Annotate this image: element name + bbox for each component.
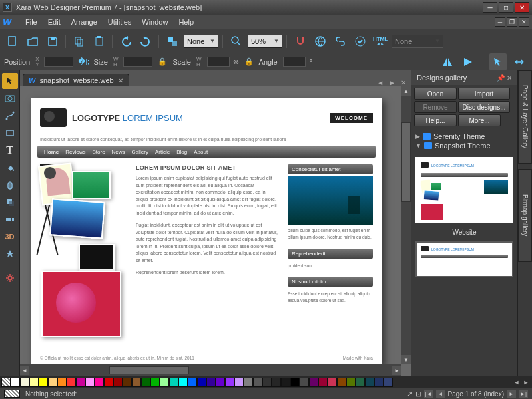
fill-combo[interactable]: None▼ — [184, 35, 218, 48]
extrude-tool[interactable]: 3D — [2, 229, 18, 245]
scale-input[interactable] — [207, 57, 230, 67]
nav-item[interactable]: Store — [92, 149, 105, 155]
tree-item-serenity[interactable]: ▶Serenity Theme — [415, 132, 513, 141]
nav-item[interactable]: News — [112, 149, 125, 155]
color-swatch[interactable] — [20, 378, 29, 387]
color-swatch[interactable] — [365, 378, 374, 387]
save-button[interactable] — [44, 33, 61, 50]
selector-tool[interactable] — [2, 73, 18, 89]
color-swatch[interactable] — [328, 378, 337, 387]
position-input[interactable] — [44, 57, 73, 67]
window-close-button[interactable]: ✕ — [515, 2, 529, 13]
navbar-tool[interactable] — [2, 211, 18, 227]
gallery-remove-button[interactable]: Remove — [414, 101, 457, 113]
sidetab-bitmap[interactable]: Bitmap gallery — [518, 169, 532, 262]
scroll-thumb[interactable] — [401, 122, 411, 202]
color-swatch[interactable] — [216, 378, 225, 387]
color-swatch[interactable] — [150, 378, 160, 387]
gallery-thumb-website[interactable]: LOGOTYPE LOREM IPSUM — [415, 157, 513, 223]
angle-input[interactable] — [283, 57, 306, 67]
nav-item[interactable]: Article — [155, 149, 170, 155]
menu-file[interactable]: File — [20, 17, 43, 27]
color-swatch[interactable] — [356, 378, 365, 387]
color-swatch[interactable] — [384, 378, 393, 387]
zoom-combo[interactable]: 50%▼ — [248, 35, 282, 48]
color-swatch[interactable] — [272, 378, 281, 387]
link-button[interactable] — [332, 33, 349, 50]
color-swatch[interactable] — [76, 378, 85, 387]
fill-tool[interactable] — [2, 160, 18, 176]
color-swatch[interactable] — [374, 378, 384, 387]
color-swatch[interactable] — [48, 378, 57, 387]
text-tool[interactable]: T — [2, 142, 18, 158]
window-minimize-button[interactable]: ─ — [483, 2, 497, 13]
color-swatch[interactable] — [113, 378, 123, 387]
pointer-mode-button[interactable] — [489, 53, 507, 70]
current-fill-swatch[interactable] — [4, 390, 20, 398]
window-maximize-button[interactable]: □ — [499, 2, 513, 13]
redo-button[interactable] — [137, 33, 154, 50]
menu-help[interactable]: Help — [173, 17, 199, 27]
live-drag-icon[interactable]: ↗ — [407, 390, 413, 398]
nav-item[interactable]: Reviews — [65, 149, 85, 155]
nav-item[interactable]: Blog — [176, 149, 187, 155]
options-tool[interactable] — [2, 270, 18, 286]
tab-next-button[interactable]: ► — [387, 79, 398, 86]
color-swatch[interactable] — [346, 378, 356, 387]
nav-item[interactable]: About — [194, 149, 208, 155]
vertical-scrollbar[interactable]: ▲ ▼ — [401, 86, 411, 364]
tree-item-snapshot[interactable]: ▼Snapshot Theme — [415, 141, 513, 150]
snap-button[interactable] — [292, 33, 309, 50]
page-first-button[interactable]: |◄ — [424, 390, 433, 398]
color-swatch[interactable] — [318, 378, 328, 387]
color-swatch[interactable] — [123, 378, 132, 387]
scroll-up-button[interactable]: ▲ — [401, 86, 411, 96]
color-swatch[interactable] — [57, 378, 67, 387]
color-swatch[interactable] — [197, 378, 206, 387]
no-color-swatch[interactable] — [1, 378, 11, 387]
sidetab-page-layer[interactable]: Page & Layer Gallery — [518, 70, 532, 164]
shape-editor-tool[interactable] — [2, 108, 18, 124]
doc-restore-button[interactable]: ❐ — [507, 17, 517, 27]
gallery-more-button[interactable]: More... — [458, 114, 501, 126]
color-swatch[interactable] — [39, 378, 48, 387]
color-swatch[interactable] — [309, 378, 318, 387]
rectangle-tool[interactable] — [2, 125, 18, 141]
gallery-disc-button[interactable]: Disc designs... — [458, 101, 510, 113]
export-button[interactable] — [352, 33, 369, 50]
color-prev-button[interactable]: ◄ — [512, 378, 521, 387]
snap-indicator-icon[interactable]: ⊡ — [415, 390, 421, 398]
undo-button[interactable] — [117, 33, 134, 50]
group-button[interactable] — [164, 33, 181, 50]
color-swatch[interactable] — [262, 378, 272, 387]
color-swatch[interactable] — [85, 378, 95, 387]
gallery-open-button[interactable]: Open — [414, 88, 457, 100]
pin-icon[interactable]: 📌 ✕ — [497, 74, 512, 82]
lock-size-button[interactable]: 🔒 — [156, 56, 168, 68]
zoom-prev-button[interactable] — [228, 33, 245, 50]
nav-item[interactable]: Home — [44, 149, 59, 155]
page-canvas[interactable]: LOGOTYPE LOREM IPSUM WELCOME Incididunt … — [31, 98, 382, 364]
color-swatch[interactable] — [253, 378, 262, 387]
color-swatch[interactable] — [141, 378, 150, 387]
copy-button[interactable] — [71, 33, 88, 50]
shadow-tool[interactable] — [2, 194, 18, 210]
html-button[interactable]: HTML◄► — [372, 33, 389, 50]
color-swatch[interactable] — [234, 378, 244, 387]
gallery-import-button[interactable]: Import — [458, 88, 510, 100]
gallery-help-button[interactable]: Help... — [414, 114, 457, 126]
size-input[interactable] — [123, 57, 152, 67]
color-swatch[interactable] — [188, 378, 197, 387]
nav-item[interactable]: Gallery — [132, 149, 148, 155]
open-button[interactable] — [24, 33, 41, 50]
photo-tool[interactable] — [2, 90, 18, 106]
menu-window[interactable]: Window — [136, 17, 173, 27]
lock-scale-button[interactable]: 🔒 — [243, 56, 255, 68]
color-swatch[interactable] — [244, 378, 253, 387]
canvas-viewport[interactable]: LOGOTYPE LOREM IPSUM WELCOME Incididunt … — [20, 86, 411, 376]
gallery-thumb-2[interactable]: LOGOTYPE LOREM IPSUM — [415, 241, 513, 277]
page-prev-button[interactable]: ◄ — [436, 390, 445, 398]
tab-close-icon[interactable]: ✕ — [118, 77, 123, 84]
flip-h-button[interactable] — [439, 53, 456, 70]
document-tab[interactable]: W snapshot_website.web ✕ — [23, 74, 129, 86]
